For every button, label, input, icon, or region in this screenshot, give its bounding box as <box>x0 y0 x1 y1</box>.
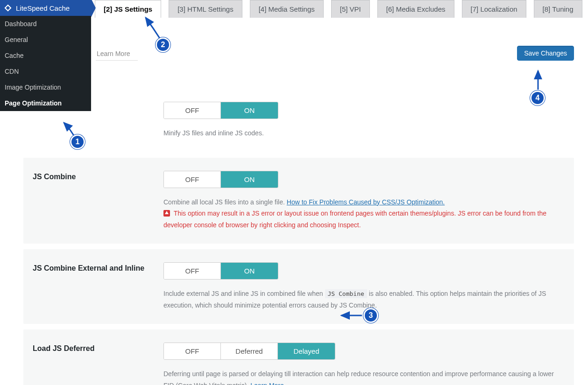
save-changes-button[interactable]: Save Changes <box>517 46 574 61</box>
step-bubble-2: 2 <box>156 37 170 52</box>
setting-label: Load JS Deferred <box>33 343 163 385</box>
toggle-option-off[interactable]: OFF <box>164 102 221 119</box>
settings-content: OFFONMinify JS files and inline JS codes… <box>0 79 588 385</box>
litespeed-icon <box>4 4 12 12</box>
step-arrow-3 <box>339 310 367 322</box>
sidebar-item-general[interactable]: General <box>0 32 91 48</box>
setting-label: JS Combine <box>33 171 163 231</box>
toggle-js_combine_ext: OFFON <box>163 262 278 280</box>
setting-js_combine: JS CombineOFFONCombine all local JS file… <box>23 158 574 244</box>
toggle-option-deferred[interactable]: Deferred <box>221 343 278 359</box>
tab-6[interactable]: [8] Tuning <box>534 0 582 18</box>
sidebar: LiteSpeed Cache DashboardGeneralCacheCDN… <box>0 0 91 111</box>
setting-js_minify: OFFONMinify JS files and inline JS codes… <box>23 89 574 152</box>
setting-label: JS Combine External and Inline <box>33 262 163 311</box>
sidebar-item-cache[interactable]: Cache <box>0 48 91 63</box>
toggle-option-on[interactable]: ON <box>221 102 278 119</box>
learn-more-link[interactable]: Learn More <box>96 47 138 61</box>
tab-1[interactable]: [3] HTML Settings <box>169 0 242 18</box>
toggle-option-off[interactable]: OFF <box>164 263 221 279</box>
tab-3[interactable]: [5] VPI <box>331 0 370 18</box>
toggle-option-on[interactable]: ON <box>221 263 278 279</box>
toggle-js_combine: OFFON <box>163 171 278 188</box>
sidebar-item-image-optimization[interactable]: Image Optimization <box>0 79 91 95</box>
tab-5[interactable]: [7] Localization <box>462 0 526 18</box>
toggle-option-off[interactable]: OFF <box>164 171 221 188</box>
warning-icon <box>163 210 170 217</box>
tab-4[interactable]: [6] Media Excludes <box>377 0 454 18</box>
tab-2[interactable]: [4] Media Settings <box>250 0 324 18</box>
sidebar-title: LiteSpeed Cache <box>16 4 70 12</box>
toggle-option-off[interactable]: OFF <box>164 343 221 359</box>
help-link[interactable]: How to Fix Problems Caused by CSS/JS Opt… <box>287 198 445 206</box>
step-bubble-4: 4 <box>530 91 545 105</box>
toggle-option-delayed[interactable]: Delayed <box>278 343 335 359</box>
setting-js_defer: Load JS DeferredOFFDeferredDelayedDeferr… <box>23 329 574 385</box>
sidebar-item-dashboard[interactable]: Dashboard <box>0 16 91 32</box>
step-bubble-1: 1 <box>70 134 85 149</box>
toggle-option-on[interactable]: ON <box>221 171 278 188</box>
step-bubble-3: 3 <box>363 308 378 323</box>
sidebar-item-page-optimization[interactable]: Page Optimization <box>0 95 91 111</box>
help-link[interactable]: Learn More <box>250 382 284 385</box>
sidebar-header: LiteSpeed Cache <box>0 0 91 16</box>
toggle-js_defer: OFFDeferredDelayed <box>163 343 335 360</box>
sidebar-item-cdn[interactable]: CDN <box>0 63 91 79</box>
setting-js_combine_ext: JS Combine External and InlineOFFONInclu… <box>23 249 574 324</box>
toggle-js_minify: OFFON <box>163 102 278 119</box>
